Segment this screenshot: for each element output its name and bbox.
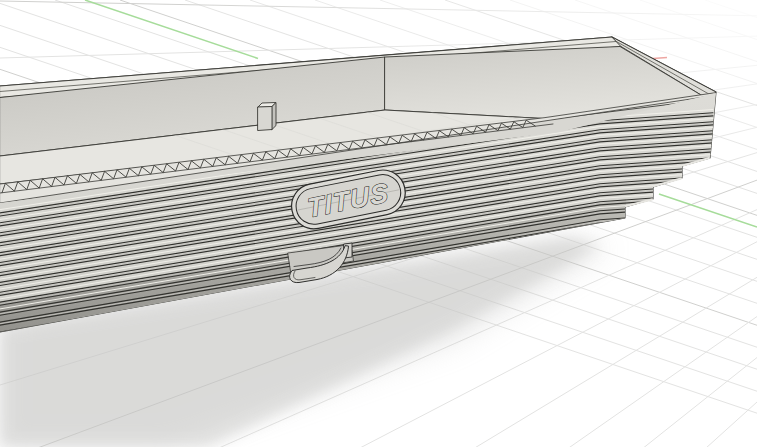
floor-tab[interactable] xyxy=(258,103,276,131)
cad-viewport[interactable]: TITUS xyxy=(0,0,757,447)
viewport-container: TITUS xyxy=(0,0,757,447)
